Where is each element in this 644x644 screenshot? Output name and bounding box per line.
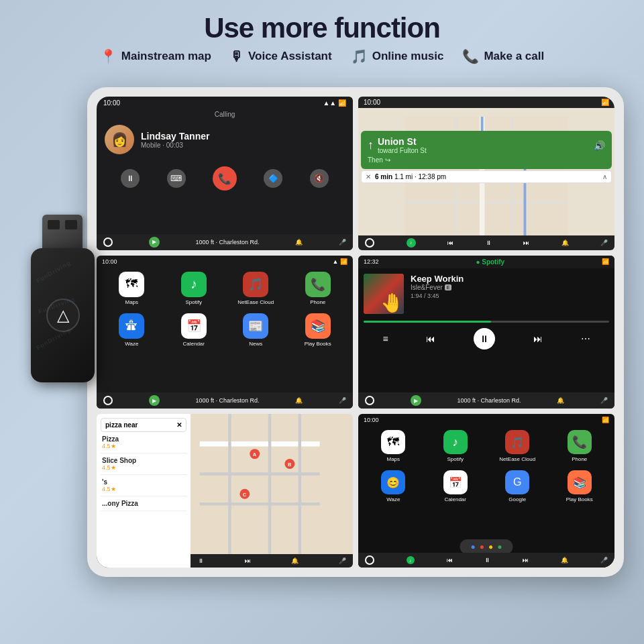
app2-waze-label: Waze: [386, 496, 400, 502]
playlist-button[interactable]: ≡: [382, 333, 388, 344]
app-phone[interactable]: 📞 Phone: [288, 272, 348, 305]
signal-icons: ▲▲ 📶: [323, 99, 346, 107]
nav-time: 10:00: [364, 99, 380, 106]
usb-body: △ FunDriving FunDriving FunDriving: [31, 248, 95, 382]
nav-location: 1000 ft · Charleston Rd.: [195, 239, 259, 246]
end-call-button[interactable]: 📞: [213, 166, 237, 191]
phone-icon2: 📞: [568, 430, 592, 454]
contact-detail: Mobile · 00:03: [141, 142, 209, 149]
sp-location: 1000 ft · Charleston Rd.: [457, 397, 521, 404]
mute-button[interactable]: 🔇: [310, 169, 329, 188]
calling-controls[interactable]: ⏸ ⌨ 📞 🔷 🔇: [97, 160, 353, 197]
app-calendar[interactable]: 📅 Calendar: [164, 313, 224, 347]
spotify-controls[interactable]: ≡ ⏮ ⏸ ⏭ ⋯: [358, 324, 614, 354]
screen-maps-search: pizza near ✕ Pizza 4.5★ Slice Shop 4.5★ …: [97, 414, 353, 568]
maps-result-4[interactable]: ...ony Pizza: [101, 496, 186, 511]
app-news-label: News: [249, 341, 262, 347]
maps-mic: 🎤: [339, 557, 346, 564]
app2-calendar-label: Calendar: [445, 496, 466, 502]
track-title: Keep Workin: [411, 274, 609, 284]
apps-signal: ▲ 📶: [333, 258, 347, 265]
maps-pause: ⏸: [198, 557, 204, 564]
screen-apps2: 10:00 📶 🗺 Maps ♪ Spotify 🎵 NetEase Cloud: [358, 414, 614, 568]
feature-music: 🎵 Online music: [351, 48, 444, 64]
spotify-icon: ♪: [181, 272, 207, 297]
feature-music-label: Online music: [372, 50, 444, 63]
prev-button[interactable]: ⏮: [426, 333, 435, 344]
app2-phone[interactable]: 📞 Phone: [550, 430, 610, 462]
call-icon: 📞: [462, 48, 479, 64]
feature-map: 📍 Mainstream map: [100, 48, 211, 64]
app2-books2[interactable]: 📚 Play Books: [550, 470, 610, 502]
nav-arrow: ▶: [149, 237, 160, 248]
svg-text:A: A: [253, 452, 257, 458]
app2-waze[interactable]: 😊 Waze: [364, 470, 423, 502]
result-name-3: 's: [102, 478, 185, 486]
spotify-signal: 📶: [602, 258, 609, 265]
maps-result-2[interactable]: Slice Shop 4.5★: [101, 453, 186, 475]
maps-query: pizza near: [105, 421, 138, 429]
google-dot-green: ●: [497, 542, 502, 551]
app2-netease[interactable]: 🎵 NetEase Cloud: [488, 430, 547, 462]
app-netease[interactable]: 🎵 NetEase Cloud: [226, 272, 286, 305]
close-button[interactable]: ✕: [366, 173, 371, 180]
books-icon2: 📚: [568, 470, 592, 494]
next-button[interactable]: ⏭: [533, 333, 543, 344]
app-waze[interactable]: 🛣 Waze: [102, 313, 162, 347]
google-assistant-bar[interactable]: ● ● ● ●: [460, 539, 513, 554]
apps2-time: 10:00: [364, 417, 379, 423]
track-artist: Isle&Fever E: [411, 284, 609, 291]
app-maps[interactable]: 🗺 Maps: [102, 272, 162, 305]
bluetooth-button[interactable]: 🔷: [264, 169, 282, 188]
bell-icon: 🔔: [295, 239, 303, 246]
pause-button[interactable]: ⏸: [121, 169, 140, 188]
apps2-next: ⏭: [523, 557, 529, 564]
app2-maps[interactable]: 🗺 Maps: [364, 430, 423, 462]
calendar-icon: 📅: [181, 313, 207, 339]
apps2-pause: ⏸: [484, 557, 490, 564]
track-time: 1:94 / 3:45: [411, 292, 609, 299]
app-news[interactable]: 📰 News: [226, 313, 286, 347]
explicit-badge: E: [445, 284, 452, 290]
news-icon: 📰: [243, 313, 268, 339]
apps2-bell: 🔔: [561, 557, 568, 564]
phone-icon: 📞: [305, 272, 331, 297]
usb-plug: [42, 215, 83, 248]
app2-calendar[interactable]: 📅 Calendar: [426, 470, 486, 502]
apps-mic: 🎤: [339, 397, 346, 404]
feature-call: 📞 Make a call: [462, 48, 544, 64]
app2-google[interactable]: G Google: [488, 470, 547, 502]
maps-search-bar[interactable]: pizza near ✕: [101, 418, 186, 432]
books-icon: 📚: [305, 313, 331, 339]
play-pause-button[interactable]: ⏸: [474, 328, 495, 350]
nav-then: Then ↪: [368, 156, 605, 164]
watermark-1: FunDriving: [35, 259, 72, 284]
more-button[interactable]: ⋯: [581, 333, 590, 344]
app2-google-label: Google: [508, 496, 526, 502]
maps-result-3[interactable]: 's 4.5★: [101, 475, 186, 496]
calendar-icon2: 📅: [443, 470, 468, 494]
maps-result-1[interactable]: Pizza 4.5★: [101, 432, 186, 453]
close-icon[interactable]: ✕: [176, 421, 182, 429]
contact-info: Lindsay Tanner Mobile · 00:03: [141, 131, 209, 149]
feature-call-label: Make a call: [484, 50, 544, 63]
feature-voice-label: Voice Assistant: [248, 50, 332, 63]
maps-bell: 🔔: [291, 557, 299, 564]
maps-sidebar: pizza near ✕ Pizza 4.5★ Slice Shop 4.5★ …: [97, 414, 191, 568]
main-area: 10:00 ▲▲ 📶 Calling 👩 Lindsay Tanner Mobi…: [0, 80, 644, 604]
page-header: Use more function 📍 Mainstream map 🎙 Voi…: [0, 0, 644, 80]
nav-direction-card: ↑ Union St toward Fulton St 🔊 Then ↪: [361, 131, 612, 169]
app-spotify[interactable]: ♪ Spotify: [164, 272, 224, 305]
nav-dot-sp: [365, 396, 374, 405]
nav-dot-apps2: [365, 555, 374, 565]
app-calendar-label: Calendar: [183, 341, 205, 347]
waze-icon2: 😊: [381, 470, 405, 494]
play-pause-icon: ⏸: [486, 239, 492, 246]
keypad-button[interactable]: ⌨: [167, 169, 186, 188]
spotify-bottom-bar: ▶ 1000 ft · Charleston Rd. 🔔 🎤: [358, 392, 614, 409]
calling-time: 10:00: [103, 99, 120, 107]
app-books[interactable]: 📚 Play Books: [288, 313, 348, 347]
progress-fill: [364, 321, 491, 323]
app2-spotify[interactable]: ♪ Spotify: [426, 430, 486, 462]
result-name-2: Slice Shop: [102, 457, 185, 464]
